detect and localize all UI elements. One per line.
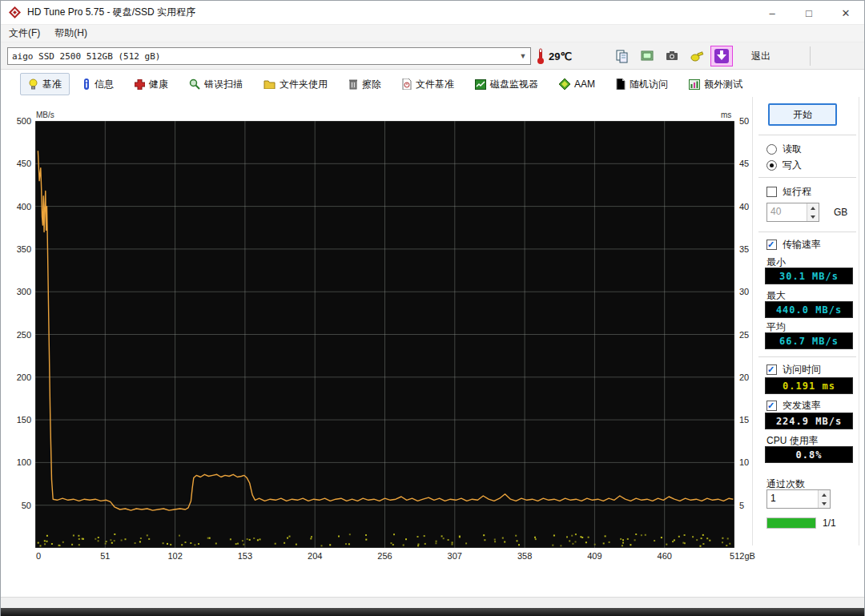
y-right-tick: 40	[739, 202, 763, 211]
app-logo-icon	[9, 6, 21, 18]
pass-count-spinner[interactable]: 1	[766, 489, 831, 509]
divider	[758, 135, 856, 135]
save-button[interactable]	[710, 46, 733, 66]
tab-label: 基准	[42, 78, 62, 91]
tab-folder-usage[interactable]: 文件夹使用	[255, 73, 336, 95]
y-right-tick: 10	[739, 457, 763, 467]
tab-label: 错误扫描	[204, 78, 243, 91]
checkbox-checked-icon	[766, 401, 777, 411]
x-tick: 153	[238, 551, 252, 561]
app-window: HD Tune Pro 5.75 - 硬盘/SSD 实用程序 – □ ✕ 文件(…	[0, 0, 865, 616]
toolbar: aigo SSD 2500 512GB (512 gB) ▼ 29℃	[1, 42, 864, 70]
error-scan-icon	[189, 79, 200, 90]
tab-file-benchmark[interactable]: 文件基准	[394, 73, 462, 95]
transfer-rate-checkbox[interactable]: 传输速率	[766, 238, 821, 252]
download-icon	[714, 48, 730, 64]
x-tick: 256	[377, 551, 392, 561]
health-icon	[135, 79, 145, 90]
maximize-button[interactable]: □	[791, 1, 827, 25]
temperature-indicator: 29℃	[536, 46, 572, 66]
short-stroke-spinner[interactable]: 40	[766, 203, 819, 222]
exit-button[interactable]: 退出	[738, 46, 784, 66]
x-tick: 512gB	[730, 551, 755, 561]
menu-bar: 文件(F) 帮助(H)	[1, 25, 864, 42]
extra-tests-icon	[689, 79, 700, 90]
short-stroke-value: 40	[767, 203, 807, 221]
x-tick: 102	[167, 551, 182, 561]
minimize-button[interactable]: –	[754, 1, 791, 25]
chevron-down-icon: ▼	[516, 48, 530, 64]
tab-disk-monitor[interactable]: 磁盘监视器	[467, 73, 546, 95]
short-stroke-checkbox[interactable]: 短行程	[766, 185, 811, 199]
tab-label: 信息	[95, 78, 114, 91]
highlight-button[interactable]	[686, 46, 708, 66]
tab-error-scan[interactable]: 错误扫描	[181, 73, 251, 95]
checkbox-checked-icon	[766, 364, 777, 375]
radio-icon	[766, 144, 777, 155]
disk-monitor-icon	[475, 79, 486, 90]
copy-screenshot-button[interactable]	[636, 46, 658, 66]
tab-random-access[interactable]: 随机访问	[608, 73, 676, 95]
y-right-tick: 50	[739, 116, 763, 126]
menu-file[interactable]: 文件(F)	[2, 25, 46, 42]
spinner-up-icon[interactable]	[819, 490, 830, 499]
random-access-icon	[616, 79, 626, 90]
screenshot-icon	[640, 49, 654, 63]
min-value-display: 30.1 MB/s	[765, 268, 853, 284]
burst-rate-label: 突发速率	[783, 399, 821, 413]
divider	[758, 232, 856, 232]
start-button[interactable]: 开始	[768, 103, 837, 126]
window-title: HD Tune Pro 5.75 - 硬盘/SSD 实用程序	[27, 6, 195, 19]
access-time-checkbox[interactable]: 访问时间	[766, 363, 821, 376]
x-tick: 307	[448, 551, 462, 561]
close-button[interactable]: ✕	[827, 1, 864, 25]
drive-select[interactable]: aigo SSD 2500 512GB (512 gB) ▼	[7, 47, 531, 65]
tab-extra-tests[interactable]: 额外测试	[681, 73, 750, 95]
write-radio-label: 写入	[783, 159, 802, 172]
y-left-tick: 450	[2, 159, 31, 168]
tab-label: 健康	[149, 78, 168, 91]
copy-text-button[interactable]	[611, 46, 634, 66]
tab-label: 额外测试	[704, 78, 742, 91]
y-left-tick: 300	[2, 287, 31, 296]
tab-erase[interactable]: 擦除	[340, 73, 389, 95]
y-right-tick: 25	[739, 330, 763, 340]
benchmark-chart	[35, 121, 734, 548]
drive-select-value: aigo SSD 2500 512GB (512 gB)	[8, 51, 516, 62]
thermometer-icon	[536, 47, 545, 65]
burst-rate-checkbox[interactable]: 突发速率	[766, 399, 821, 413]
write-radio[interactable]: 写入	[766, 159, 802, 172]
tab-info[interactable]: 信息	[74, 73, 122, 95]
panel-separator-left	[752, 97, 753, 546]
checkbox-checked-icon	[766, 240, 777, 250]
right-axis-unit: ms	[721, 111, 731, 119]
tab-benchmark[interactable]: 基准	[20, 73, 70, 95]
y-left-tick: 500	[2, 116, 31, 126]
y-right-tick: 35	[739, 244, 763, 254]
read-radio[interactable]: 读取	[766, 143, 802, 156]
panel-separator-right	[859, 97, 859, 546]
x-tick: 409	[587, 551, 601, 561]
burst-rate-display: 224.9 MB/s	[765, 413, 853, 429]
info-icon	[82, 79, 91, 90]
y-left-tick: 50	[2, 501, 31, 510]
benchmark-icon	[28, 79, 38, 90]
y-right-tick: 5	[739, 501, 763, 510]
spinner-down-icon[interactable]	[807, 212, 819, 221]
read-radio-label: 读取	[783, 143, 802, 156]
tab-health[interactable]: 健康	[127, 73, 176, 95]
folder-usage-icon	[264, 79, 276, 89]
tab-label: 随机访问	[630, 78, 668, 91]
tab-aam[interactable]: AAM	[551, 73, 603, 95]
spinner-up-icon[interactable]	[807, 203, 819, 212]
tab-label: AAM	[574, 79, 595, 90]
menu-help[interactable]: 帮助(H)	[48, 25, 94, 42]
tab-label: 擦除	[362, 78, 381, 91]
title-bar: HD Tune Pro 5.75 - 硬盘/SSD 实用程序 – □ ✕	[1, 1, 864, 25]
y-right-tick: 45	[739, 159, 763, 168]
tab-label: 文件夹使用	[280, 78, 328, 91]
spinner-down-icon[interactable]	[819, 499, 830, 508]
y-left-tick: 400	[2, 202, 31, 211]
divider	[758, 177, 856, 178]
save-screenshot-button[interactable]	[661, 46, 683, 66]
